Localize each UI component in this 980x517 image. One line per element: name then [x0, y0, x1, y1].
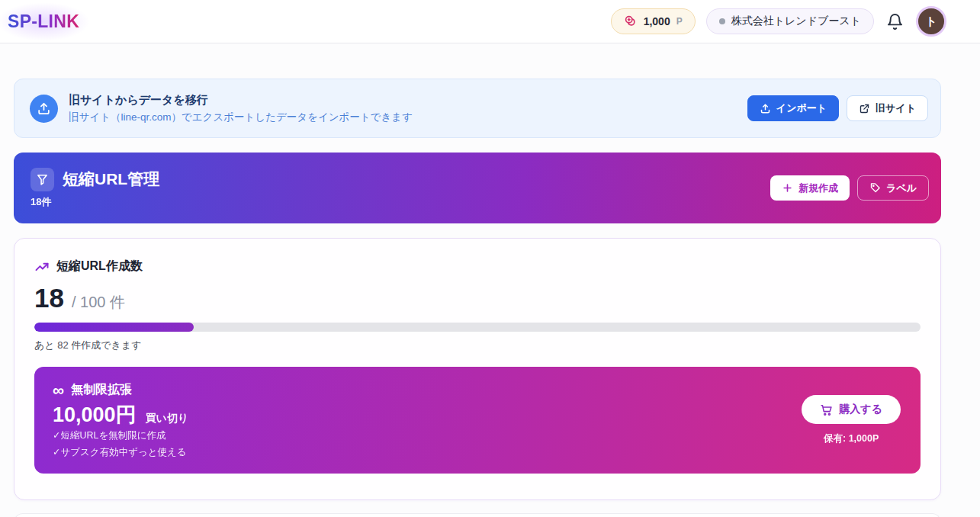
plus-icon	[782, 182, 793, 194]
migration-banner-description: 旧サイト（line-qr.com）でエクスポートしたデータをインポートできます	[69, 111, 413, 124]
buy-button-label: 購入する	[839, 403, 882, 416]
labels-button[interactable]: ラベル	[857, 175, 929, 201]
remaining-text: あと 82 件作成できます	[34, 339, 921, 352]
promo-title: 無制限拡張	[71, 382, 132, 398]
create-new-button-label: 新規作成	[798, 181, 838, 195]
stats-title: 短縮URL作成数	[56, 258, 143, 275]
next-card-sliver	[14, 513, 941, 517]
trending-up-icon	[34, 259, 50, 275]
url-manager-header: 短縮URL管理 18件 新規作成 ラベル	[14, 153, 941, 223]
filter-icon	[31, 168, 54, 191]
labels-button-label: ラベル	[886, 181, 917, 195]
old-site-button[interactable]: 旧サイト	[847, 95, 928, 121]
upload-circle-icon	[30, 95, 58, 123]
upload-icon	[760, 103, 771, 114]
user-avatar[interactable]: ト	[916, 6, 946, 37]
progress-fill	[34, 323, 194, 332]
tag-icon	[869, 182, 881, 194]
promo-price-note: 買い切り	[146, 412, 189, 425]
notifications-button[interactable]	[885, 11, 905, 32]
promo-feature: ✓短縮URLを無制限に作成	[53, 429, 188, 442]
url-count-card: 短縮URL作成数 18 / 100 件 あと 82 件作成できます ∞ 無制限拡…	[14, 238, 941, 500]
company-selector-pill[interactable]: 株式会社トレンドブースト	[706, 8, 874, 34]
import-button[interactable]: インポート	[747, 95, 839, 121]
points-held: 保有: 1,000P	[824, 432, 879, 445]
header-actions: 1,000 P 株式会社トレンドブースト ト	[611, 6, 946, 37]
promo-feature: ✓サブスク有効中ずっと使える	[53, 446, 188, 459]
promo-price: 10,000円	[53, 405, 137, 425]
unlimited-promo-card: ∞ 無制限拡張 10,000円 買い切り ✓短縮URLを無制限に作成 ✓サブスク…	[34, 367, 921, 474]
migration-banner: 旧サイトからデータを移行 旧サイト（line-qr.com）でエクスポートしたデ…	[14, 79, 941, 138]
current-count: 18	[34, 284, 64, 311]
points-value: 1,000	[644, 15, 670, 27]
count-limit: / 100 件	[72, 292, 125, 313]
infinity-icon: ∞	[53, 382, 64, 398]
main-content: 旧サイトからデータを移行 旧サイト（line-qr.com）でエクスポートしたデ…	[14, 43, 941, 517]
points-unit: P	[676, 16, 683, 27]
create-new-button[interactable]: 新規作成	[770, 175, 850, 201]
coins-icon	[624, 14, 638, 28]
migration-banner-title: 旧サイトからデータを移行	[69, 93, 413, 108]
app-logo-text: SP-LINK	[8, 11, 79, 31]
old-site-button-label: 旧サイト	[876, 101, 916, 115]
import-button-label: インポート	[776, 101, 827, 115]
page-title: 短縮URL管理	[63, 169, 159, 190]
buy-button[interactable]: 購入する	[802, 395, 901, 424]
cart-icon	[820, 403, 833, 416]
points-balance-pill[interactable]: 1,000 P	[611, 8, 696, 34]
company-status-dot	[719, 18, 725, 24]
app-header: SP-LINK 1,000 P 株式会社トレンドブースト	[0, 0, 980, 43]
app-logo[interactable]: SP-LINK	[8, 11, 79, 32]
company-name: 株式会社トレンドブースト	[731, 14, 861, 28]
bell-icon	[886, 13, 904, 31]
usage-progress-bar	[34, 323, 921, 332]
url-count-badge: 18件	[31, 195, 159, 209]
avatar-initial: ト	[925, 14, 937, 29]
external-link-icon	[859, 103, 870, 114]
